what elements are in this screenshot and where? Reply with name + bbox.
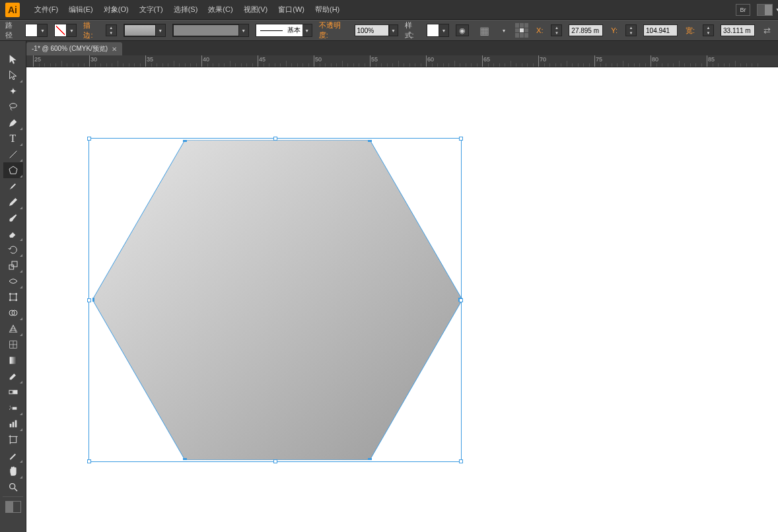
perspective-grid-tool[interactable]	[3, 321, 23, 337]
zoom-tool[interactable]	[3, 479, 23, 495]
menu-edit[interactable]: 编辑(E)	[63, 1, 98, 18]
w-label: 宽:	[686, 26, 695, 36]
gradient-tool[interactable]	[3, 352, 23, 368]
ruler-label: 60	[427, 56, 428, 67]
type-tool[interactable]: T	[3, 131, 23, 147]
line-tool[interactable]	[3, 147, 23, 162]
ruler-label: 70	[540, 56, 540, 67]
ruler-label: 65	[483, 56, 484, 67]
selection-tool[interactable]	[3, 51, 23, 67]
svg-rect-17	[13, 390, 17, 393]
svg-point-20	[11, 407, 11, 408]
blob-brush-tool[interactable]	[3, 210, 23, 226]
paintbrush-tool[interactable]	[3, 178, 23, 194]
handle-mid-right[interactable]	[459, 298, 463, 302]
x-spinner[interactable]: ▲▼	[551, 24, 562, 36]
pencil-tool[interactable]	[3, 194, 23, 210]
ruler-label: 35	[147, 56, 147, 67]
horizontal-ruler[interactable]: 25303540455055606570758085	[26, 55, 778, 67]
fill-swatch[interactable]: ▼	[25, 24, 48, 37]
handle-bot-right[interactable]	[459, 459, 463, 463]
width-tool[interactable]	[3, 273, 23, 289]
screen-mode-toggle[interactable]	[5, 501, 21, 513]
hand-tool[interactable]	[3, 463, 23, 479]
x-label: X:	[536, 26, 543, 34]
w-spinner[interactable]: ▲▼	[703, 24, 714, 36]
svg-point-8	[9, 300, 11, 301]
blend-tool[interactable]	[3, 384, 23, 400]
bounding-box[interactable]	[88, 138, 462, 462]
ruler-label: 25	[34, 56, 35, 67]
free-transform-tool[interactable]	[3, 289, 23, 305]
handle-top-right[interactable]	[459, 137, 463, 141]
stroke-swatch[interactable]: ▼	[54, 24, 77, 37]
arrange-documents-button[interactable]	[757, 4, 773, 16]
link-wh-icon[interactable]: ⇄	[761, 26, 773, 36]
opacity-input[interactable]	[355, 24, 389, 36]
symbol-sprayer-tool[interactable]	[3, 400, 23, 416]
graphic-style-swatch[interactable]: ▼	[427, 24, 449, 37]
handle-mid-left[interactable]	[87, 298, 91, 302]
direct-select-tool[interactable]	[3, 67, 23, 83]
rotate-tool[interactable]	[3, 242, 23, 257]
close-tab-icon[interactable]: ✕	[112, 46, 117, 53]
pen-tool[interactable]	[3, 115, 23, 131]
w-input[interactable]	[721, 24, 755, 36]
ruler-label: 75	[596, 56, 596, 67]
ruler-label: 40	[203, 56, 203, 67]
artboard-tool[interactable]	[3, 432, 23, 448]
ruler-label: 80	[652, 56, 653, 67]
document-tab[interactable]: -1* @ 600% (CMYK/预览) ✕	[26, 42, 122, 55]
magic-wand-tool[interactable]: ✦	[3, 83, 23, 99]
svg-rect-22	[9, 424, 11, 427]
stroke-weight-spinner[interactable]: ▲▼	[106, 24, 117, 36]
shape-builder-tool[interactable]	[3, 305, 23, 321]
menu-object[interactable]: 对象(O)	[98, 1, 134, 18]
polygon-tool[interactable]	[3, 162, 23, 178]
y-input[interactable]	[643, 24, 678, 36]
svg-rect-15	[9, 357, 17, 364]
menu-help[interactable]: 帮助(H)	[310, 1, 345, 18]
tools-panel: ✦ T	[0, 41, 26, 532]
brush-profile-text: 基本	[287, 26, 302, 35]
lasso-tool[interactable]	[3, 99, 23, 115]
stroke-weight-dropdown[interactable]: ▼	[124, 24, 166, 37]
graph-tool[interactable]	[3, 416, 23, 432]
canvas[interactable]	[26, 67, 778, 532]
recolor-artwork-button[interactable]: ◉	[456, 24, 470, 36]
x-input[interactable]	[569, 24, 603, 36]
control-bar: 路径 ▼ ▼ 描边: ▲▼ ▼ ▼ 基本 ▼ 不透明度: ▼ 样式: ▼ ◉ ▦…	[0, 20, 778, 41]
handle-bot-mid[interactable]	[273, 459, 277, 463]
handle-bot-left[interactable]	[87, 459, 91, 463]
svg-marker-2	[9, 166, 17, 174]
document-tab-title: -1* @ 600% (CMYK/预览)	[32, 44, 108, 53]
slice-tool[interactable]	[3, 448, 23, 463]
mesh-tool[interactable]	[3, 337, 23, 352]
y-label: Y:	[611, 26, 618, 34]
handle-top-mid[interactable]	[273, 137, 277, 141]
toolbar-collapse-handle[interactable]	[0, 44, 26, 51]
bridge-button[interactable]: Br	[736, 4, 750, 16]
menu-file[interactable]: 文件(F)	[29, 1, 63, 18]
opacity-field[interactable]: ▼	[355, 24, 398, 36]
brush-definition[interactable]: 基本 ▼	[256, 24, 312, 37]
ruler-label: 50	[315, 56, 316, 67]
eraser-tool[interactable]	[3, 226, 23, 242]
y-spinner[interactable]: ▲▼	[625, 24, 637, 36]
scale-tool[interactable]	[3, 257, 23, 273]
align-button[interactable]: ▦	[476, 23, 493, 38]
align-dropdown[interactable]: ▼	[500, 28, 509, 33]
svg-rect-18	[12, 407, 17, 410]
menu-window[interactable]: 窗口(W)	[273, 1, 310, 18]
menu-view[interactable]: 视图(V)	[238, 1, 273, 18]
reference-point[interactable]	[515, 23, 528, 38]
eyedropper-tool[interactable]	[3, 368, 23, 384]
svg-rect-24	[15, 420, 17, 428]
menu-effect[interactable]: 效果(C)	[203, 1, 238, 18]
stroke-label: 描边:	[83, 20, 98, 40]
menu-type[interactable]: 文字(T)	[134, 1, 168, 18]
handle-top-left[interactable]	[87, 137, 91, 141]
variable-width-profile[interactable]: ▼	[172, 24, 249, 37]
ruler-label: 45	[259, 56, 260, 67]
menu-select[interactable]: 选择(S)	[168, 1, 203, 18]
